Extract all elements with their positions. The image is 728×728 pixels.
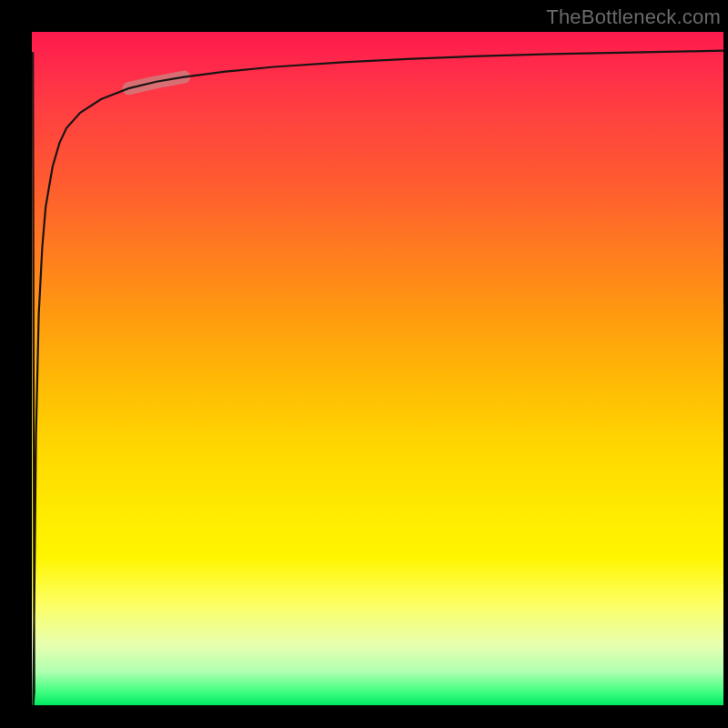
plot-area xyxy=(32,32,723,705)
attribution-text: TheBottleneck.com xyxy=(546,5,721,29)
